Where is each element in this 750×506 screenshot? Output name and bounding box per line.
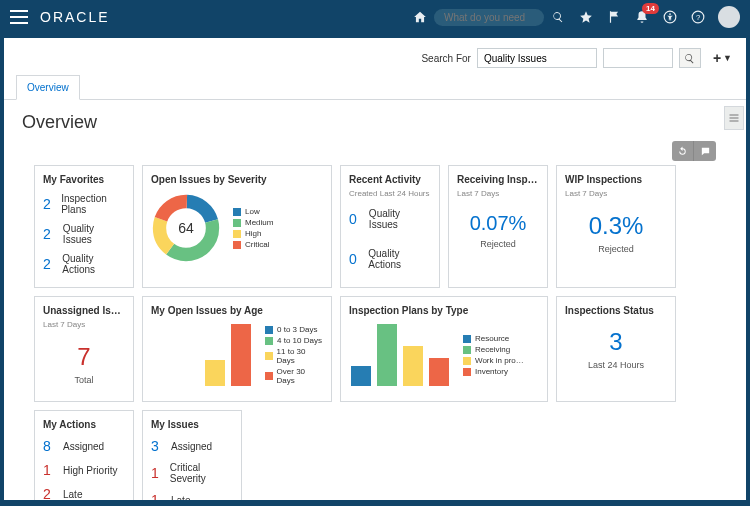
content-frame: Search For +▼ Overview Overview My Favor… bbox=[4, 38, 746, 500]
search-button[interactable] bbox=[679, 48, 701, 68]
card-inspections-status[interactable]: Inspections Status 3 Last 24 Hours bbox=[556, 296, 676, 402]
add-button[interactable]: +▼ bbox=[713, 50, 732, 66]
card-title: Receiving Inspecti… bbox=[457, 174, 539, 185]
card-unassigned-issues[interactable]: Unassigned Issues Last 7 Days 7 Total bbox=[34, 296, 134, 402]
svg-rect-4 bbox=[730, 115, 739, 116]
card-title: Unassigned Issues bbox=[43, 305, 125, 316]
search-submit-icon[interactable] bbox=[547, 6, 569, 28]
accessibility-icon[interactable] bbox=[659, 6, 681, 28]
search-query-input[interactable] bbox=[603, 48, 673, 68]
bar-chart bbox=[151, 320, 253, 390]
card-open-issues-severity[interactable]: Open Issues by Severity 64 Low Medium Hi… bbox=[142, 165, 332, 288]
svg-text:?: ? bbox=[696, 13, 700, 22]
home-icon[interactable] bbox=[409, 6, 431, 28]
card-title: Open Issues by Severity bbox=[151, 174, 323, 185]
help-icon[interactable]: ? bbox=[687, 6, 709, 28]
list-item: 8Assigned bbox=[43, 434, 125, 458]
card-my-actions[interactable]: My Actions 8Assigned 1High Priority 2Lat… bbox=[34, 410, 134, 500]
card-subtitle: Last 7 Days bbox=[43, 320, 125, 329]
metric-label: Total bbox=[43, 375, 125, 385]
svg-point-1 bbox=[669, 13, 671, 15]
card-title: Recent Activity bbox=[349, 174, 431, 185]
bar-chart bbox=[349, 320, 451, 390]
refresh-icon[interactable] bbox=[672, 141, 694, 161]
donut-chart: 64 bbox=[151, 193, 221, 263]
dashboard-grid: My Favorites 2Inspection Plans 2Quality … bbox=[4, 165, 746, 500]
card-subtitle: Last 7 Days bbox=[565, 189, 667, 198]
card-title: My Issues bbox=[151, 419, 233, 430]
list-item: 0Quality Issues bbox=[349, 204, 431, 234]
card-title: WIP Inspections bbox=[565, 174, 667, 185]
donut-center-value: 64 bbox=[178, 220, 194, 236]
card-my-issues[interactable]: My Issues 3Assigned 1Critical Severity 1… bbox=[142, 410, 242, 500]
metric-value: 0.3% bbox=[565, 212, 667, 240]
chart-legend: Resource Receiving Work in pro… Inventor… bbox=[463, 333, 524, 377]
logo: ORACLE bbox=[40, 9, 110, 25]
list-item: 1High Priority bbox=[43, 458, 125, 482]
metric-label: Rejected bbox=[565, 244, 667, 254]
card-favorites[interactable]: My Favorites 2Inspection Plans 2Quality … bbox=[34, 165, 134, 288]
card-subtitle: Last 7 Days bbox=[457, 189, 539, 198]
svg-rect-6 bbox=[730, 121, 739, 122]
global-search-input[interactable] bbox=[434, 9, 544, 26]
svg-rect-5 bbox=[730, 118, 739, 119]
card-inspection-plans-type[interactable]: Inspection Plans by Type Resource Receiv… bbox=[340, 296, 548, 402]
card-open-issues-age[interactable]: My Open Issues by Age 0 to 3 Days 4 to 1… bbox=[142, 296, 332, 402]
avatar[interactable] bbox=[718, 6, 740, 28]
metric-value: 3 bbox=[565, 328, 667, 356]
list-item: 1Late bbox=[151, 488, 233, 500]
tab-overview[interactable]: Overview bbox=[16, 75, 80, 100]
list-item: 1Critical Severity bbox=[151, 458, 233, 488]
page-title: Overview bbox=[4, 100, 746, 141]
list-item: 0Quality Actions bbox=[349, 244, 431, 274]
notification-badge: 14 bbox=[642, 3, 659, 14]
card-title: My Actions bbox=[43, 419, 125, 430]
list-item: 2Late bbox=[43, 482, 125, 500]
star-icon[interactable] bbox=[575, 6, 597, 28]
card-wip-inspections[interactable]: WIP Inspections Last 7 Days 0.3% Rejecte… bbox=[556, 165, 676, 288]
card-title: Inspection Plans by Type bbox=[349, 305, 539, 316]
list-item[interactable]: 2Inspection Plans bbox=[43, 189, 125, 219]
list-item: 3Assigned bbox=[151, 434, 233, 458]
metric-label: Last 24 Hours bbox=[565, 360, 667, 370]
chart-legend: 0 to 3 Days 4 to 10 Days 11 to 30 Days O… bbox=[265, 324, 323, 386]
search-row: Search For +▼ bbox=[4, 38, 746, 74]
top-nav: ORACLE 14 ? bbox=[0, 0, 750, 34]
card-title: Inspections Status bbox=[565, 305, 667, 316]
card-receiving-inspections[interactable]: Receiving Inspecti… Last 7 Days 0.07% Re… bbox=[448, 165, 548, 288]
flag-icon[interactable] bbox=[603, 6, 625, 28]
notifications-icon[interactable]: 14 bbox=[631, 6, 653, 28]
tabs: Overview bbox=[4, 74, 746, 100]
menu-icon[interactable] bbox=[10, 10, 28, 24]
card-title: My Favorites bbox=[43, 174, 125, 185]
side-panel-toggle[interactable] bbox=[724, 106, 744, 130]
card-subtitle: Created Last 24 Hours bbox=[349, 189, 431, 198]
metric-label: Rejected bbox=[457, 239, 539, 249]
metric-value: 7 bbox=[43, 343, 125, 371]
card-recent-activity[interactable]: Recent Activity Created Last 24 Hours 0Q… bbox=[340, 165, 440, 288]
search-for-label: Search For bbox=[421, 53, 470, 64]
list-item[interactable]: 2Quality Issues bbox=[43, 219, 125, 249]
metric-value: 0.07% bbox=[457, 212, 539, 235]
chart-legend: Low Medium High Critical bbox=[233, 206, 273, 250]
list-item[interactable]: 2Quality Actions bbox=[43, 249, 125, 279]
chat-icon[interactable] bbox=[694, 141, 716, 161]
search-category-select[interactable] bbox=[477, 48, 597, 68]
card-title: My Open Issues by Age bbox=[151, 305, 323, 316]
dashboard-actions bbox=[4, 141, 746, 165]
